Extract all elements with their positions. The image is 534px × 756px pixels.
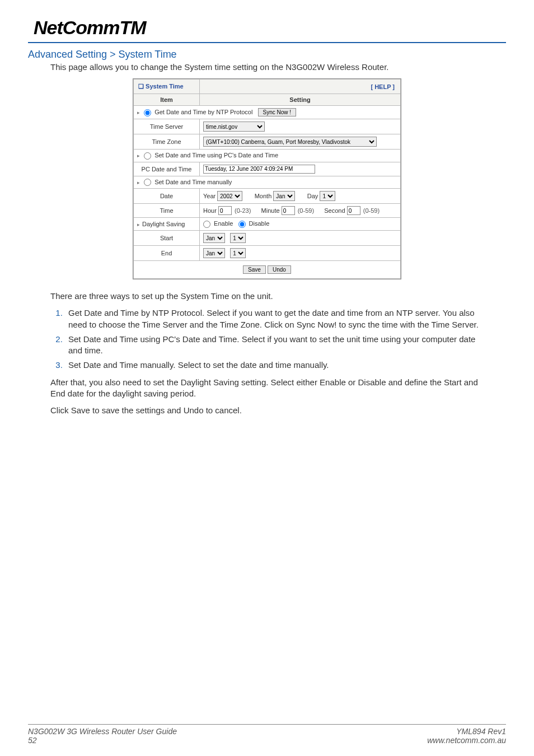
ntp-label: Get Date and Time by NTP Protocol: [154, 109, 252, 115]
hour-label: Hour: [203, 207, 217, 214]
end-month-select[interactable]: Jan: [203, 248, 225, 258]
pc-row: Set Date and Time using PC's Date and Ti…: [134, 150, 401, 162]
footer-right-rev: YML894 Rev1: [427, 727, 506, 736]
pc-label: Set Date and Time using PC's Date and Ti…: [154, 152, 278, 158]
enable-radio[interactable]: [203, 221, 210, 228]
brand-tm: TM: [120, 17, 146, 38]
body-lead: There are three ways to set up the Syste…: [50, 291, 484, 302]
minute-label: Minute: [261, 207, 280, 214]
year-select[interactable]: 2002: [217, 191, 242, 201]
ntp-row: Get Date and Time by NTP Protocol Sync N…: [134, 106, 401, 119]
disable-radio[interactable]: [238, 221, 246, 228]
manual-radio[interactable]: [144, 179, 151, 186]
pc-date-label: PC Date and Time: [134, 162, 200, 176]
body-after-2: Click Save to save the settings and Undo…: [50, 405, 484, 416]
undo-button[interactable]: Undo: [268, 265, 291, 274]
help-link[interactable]: [ HELP ]: [200, 80, 401, 94]
time-server-select[interactable]: time.nist.gov: [203, 122, 265, 132]
time-zone-label: Time Zone: [134, 134, 200, 150]
date-label: Date: [134, 189, 200, 204]
list-item: Set Date and Time manually. Select to se…: [65, 360, 484, 371]
save-button[interactable]: Save: [243, 265, 266, 274]
disable-label: Disable: [249, 220, 270, 227]
day-label: Day: [307, 193, 318, 199]
second-input[interactable]: [347, 206, 360, 215]
start-label: Start: [134, 231, 200, 246]
list-item: Get Date and Time by NTP Protocol. Selec…: [65, 307, 484, 330]
day-select[interactable]: 1: [320, 191, 335, 201]
enable-label: Enable: [214, 220, 233, 227]
body-after-1: After that, you also need to set the Day…: [50, 377, 484, 400]
start-day-select[interactable]: 1: [230, 233, 246, 243]
time-zone-select[interactable]: (GMT+10:00) Canberra, Guam, Port Moresby…: [203, 137, 377, 147]
hour-input[interactable]: [218, 206, 232, 215]
page-footer: N3G002W 3G Wireless Router User Guide 52…: [28, 724, 506, 745]
time-label: Time: [134, 204, 200, 218]
list-item: Set Date and Time using PC's Date and Ti…: [65, 334, 484, 357]
sync-now-button[interactable]: Sync Now !: [258, 108, 297, 116]
page-title: Advanced Setting > System Time: [28, 49, 506, 60]
brand-name: NetComm: [34, 17, 120, 38]
hour-hint: (0-23): [235, 207, 251, 214]
intro-text: This page allows you to change the Syste…: [50, 62, 506, 73]
minute-input[interactable]: [282, 206, 295, 215]
footer-right-url: www.netcomm.com.au: [427, 736, 506, 745]
brand-logo: NetCommTM: [34, 17, 506, 39]
manual-label: Set Date and Time manually: [154, 179, 232, 185]
header-rule: [28, 42, 506, 43]
footer-left-title: N3G002W 3G Wireless Router User Guide: [28, 727, 177, 736]
manual-row: Set Date and Time manually: [134, 176, 401, 189]
end-day-select[interactable]: 1: [230, 248, 246, 258]
ntp-radio[interactable]: [144, 109, 151, 116]
system-time-panel: ❏ System Time [ HELP ] Item Setting Get …: [133, 78, 401, 279]
time-server-label: Time Server: [134, 119, 200, 134]
month-label: Month: [255, 193, 272, 199]
panel-title: ❏ System Time: [134, 80, 200, 94]
footer-page-number: 52: [28, 736, 177, 745]
pc-radio[interactable]: [144, 152, 151, 160]
second-hint: (0-59): [363, 207, 380, 214]
second-label: Second: [324, 207, 345, 214]
col-setting: Setting: [200, 94, 401, 106]
month-select[interactable]: Jan: [273, 191, 295, 201]
minute-hint: (0-59): [298, 207, 314, 214]
year-label: Year: [203, 193, 216, 199]
pc-date-field: [203, 165, 315, 174]
col-item: Item: [134, 94, 200, 106]
footer-rule: [28, 724, 506, 725]
daylight-label: Daylight Saving: [134, 218, 200, 231]
end-label: End: [134, 246, 200, 261]
start-month-select[interactable]: Jan: [203, 233, 225, 243]
